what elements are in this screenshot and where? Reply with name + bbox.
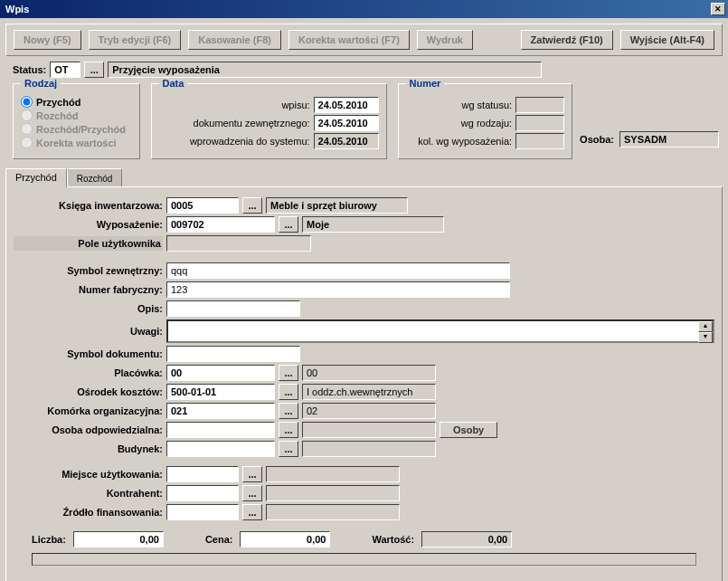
komorka-name xyxy=(302,403,436,419)
tab-rozchod[interactable]: Rozchód xyxy=(67,168,122,186)
osoba-name xyxy=(302,422,436,438)
cena-input[interactable] xyxy=(240,531,330,548)
budynek-lookup-button[interactable]: ... xyxy=(279,441,298,457)
status-code-input[interactable] xyxy=(50,62,80,78)
data-wpisu-input[interactable] xyxy=(314,97,379,113)
numer-rodzaj xyxy=(515,115,564,131)
pole-input xyxy=(166,235,311,252)
zrodlo-code-input[interactable] xyxy=(166,504,239,520)
kasowanie-button[interactable]: Kasowanie (F8) xyxy=(188,30,281,50)
rodzaj-group: Rodzaj Przychód Rozchód Rozchód/Przychód… xyxy=(13,83,140,159)
osrodek-code-input[interactable] xyxy=(166,384,275,400)
komorka-code-input[interactable] xyxy=(166,403,275,419)
progress-bar xyxy=(32,553,696,566)
radio-przychod[interactable]: Przychód xyxy=(21,95,132,109)
numer-wypos xyxy=(515,133,564,149)
symbol-zewn-input[interactable] xyxy=(166,262,510,279)
wyjscie-button[interactable]: Wyjście (Alt-F4) xyxy=(620,30,714,50)
radio-rozchod: Rozchód xyxy=(21,109,132,122)
placowka-lookup-button[interactable]: ... xyxy=(279,365,298,381)
zatwierdz-button[interactable]: Zatwierdź (F10) xyxy=(521,30,613,50)
status-lookup-button[interactable]: ... xyxy=(84,62,104,78)
data-dok-input[interactable] xyxy=(314,115,379,131)
uwagi-textarea[interactable]: ▲▼ xyxy=(166,319,714,343)
wypos-name xyxy=(302,216,444,233)
tryb-edycji-button[interactable]: Tryb edycji (F6) xyxy=(89,30,182,50)
osoba-label: Osoba: xyxy=(580,134,614,145)
numer-fabr-input[interactable] xyxy=(166,281,510,298)
tab-przychod[interactable]: Przychód xyxy=(5,168,67,187)
budynek-name xyxy=(302,441,436,457)
scroll-up-icon[interactable]: ▲ xyxy=(698,321,713,332)
kontrahent-name xyxy=(266,485,400,501)
tab-panel: Księga inwentarzowa: ... Wyposażenie: ..… xyxy=(5,186,723,581)
wypos-code-input[interactable] xyxy=(166,216,275,233)
ksiega-code-input[interactable] xyxy=(166,197,239,214)
data-sys-input xyxy=(314,133,379,149)
liczba-input[interactable] xyxy=(73,531,164,548)
nowy-button[interactable]: Nowy (F5) xyxy=(14,30,81,50)
osrodek-lookup-button[interactable]: ... xyxy=(279,384,298,400)
opis-input[interactable] xyxy=(166,300,300,317)
zrodlo-lookup-button[interactable]: ... xyxy=(242,504,262,520)
zrodlo-name xyxy=(266,504,400,520)
osoba-code-input[interactable] xyxy=(166,422,275,438)
komorka-lookup-button[interactable]: ... xyxy=(279,403,298,419)
osoba-value xyxy=(619,131,719,148)
main-toolbar: Nowy (F5) Tryb edycji (F6) Kasowanie (F8… xyxy=(5,24,723,56)
ksiega-lookup-button[interactable]: ... xyxy=(242,197,262,214)
scroll-down-icon[interactable]: ▼ xyxy=(698,332,713,343)
ksiega-name xyxy=(266,197,408,214)
osrodek-name xyxy=(302,384,436,400)
radio-korekta: Korekta wartości xyxy=(21,136,132,149)
miejsce-lookup-button[interactable]: ... xyxy=(242,466,262,482)
window-title: Wpis xyxy=(3,4,711,14)
numer-status xyxy=(515,97,564,113)
kontrahent-lookup-button[interactable]: ... xyxy=(242,485,262,501)
kontrahent-code-input[interactable] xyxy=(166,485,239,501)
status-desc xyxy=(108,62,542,78)
placowka-code-input[interactable] xyxy=(166,365,275,381)
numer-group: Numer wg statusu: wg rodzaju: kol. wg wy… xyxy=(398,83,573,159)
status-label: Status: xyxy=(13,64,46,75)
data-group: Data wpisu: dokumentu zewnętrznego: wpro… xyxy=(151,83,387,159)
budynek-code-input[interactable] xyxy=(166,441,275,457)
wypos-lookup-button[interactable]: ... xyxy=(279,216,298,233)
close-icon[interactable]: ✕ xyxy=(711,3,725,15)
wartosc-output xyxy=(421,531,512,548)
radio-rozchod-przychod: Rozchód/Przychód xyxy=(21,122,132,136)
korekta-button[interactable]: Korekta wartości (F7) xyxy=(288,30,410,50)
osoba-lookup-button[interactable]: ... xyxy=(279,422,298,438)
osoby-button[interactable]: Osoby xyxy=(440,422,497,438)
placowka-name xyxy=(302,365,436,381)
miejsce-name xyxy=(266,466,400,482)
wydruk-button[interactable]: Wydruk xyxy=(417,30,473,50)
miejsce-code-input[interactable] xyxy=(166,466,239,482)
symbol-dok-input[interactable] xyxy=(166,346,300,362)
